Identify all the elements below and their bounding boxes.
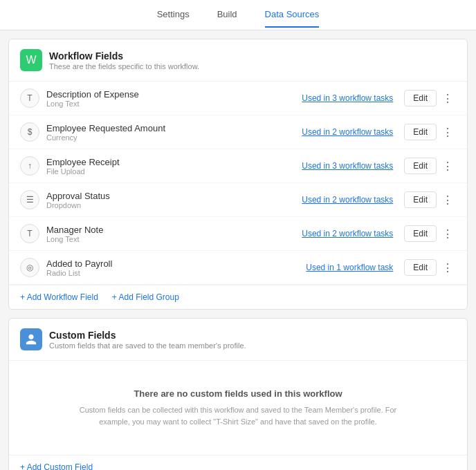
edit-button[interactable]: Edit xyxy=(404,90,437,106)
field-type-icon: T xyxy=(20,224,39,243)
field-usage-link[interactable]: Used in 3 workflow tasks xyxy=(302,161,393,171)
more-button[interactable]: ⋮ xyxy=(439,90,456,106)
workflow-fields-card: W Workflow Fields These are the fields s… xyxy=(8,39,468,310)
custom-fields-title: Custom Fields xyxy=(49,330,246,341)
field-type-icon: ↑ xyxy=(20,156,39,176)
more-button[interactable]: ⋮ xyxy=(439,124,456,140)
table-row: ◎ Added to Payroll Radio List Used in 1 … xyxy=(9,251,467,285)
field-type: Dropdown xyxy=(46,201,302,209)
person-icon xyxy=(25,333,37,346)
edit-button[interactable]: Edit xyxy=(404,124,437,140)
field-name: Manager Note xyxy=(46,225,302,235)
table-row: T Description of Expense Long Text Used … xyxy=(9,82,467,115)
field-name: Employee Receipt xyxy=(46,157,302,167)
workflow-fields-footer: + Add Workflow Field + Add Field Group xyxy=(9,285,467,309)
custom-fields-card: Custom Fields Custom fields that are sav… xyxy=(8,318,468,470)
field-type: File Upload xyxy=(46,167,302,176)
field-name: Description of Expense xyxy=(46,89,302,100)
custom-fields-empty: There are no custom fields used in this … xyxy=(9,361,467,455)
nav-build[interactable]: Build xyxy=(217,2,237,28)
more-button[interactable]: ⋮ xyxy=(439,225,456,242)
field-type: Currency xyxy=(46,133,302,142)
field-usage-link[interactable]: Used in 3 workflow tasks xyxy=(302,93,393,103)
field-type: Long Text xyxy=(46,100,302,108)
field-usage-link[interactable]: Used in 2 workflow tasks xyxy=(302,229,393,238)
edit-button[interactable]: Edit xyxy=(404,158,437,174)
table-row: ↑ Employee Receipt File Upload Used in 3… xyxy=(9,149,467,183)
field-type-icon: ☰ xyxy=(20,190,39,209)
field-type-icon: ◎ xyxy=(20,258,39,277)
field-type: Radio List xyxy=(46,269,306,277)
custom-fields-subtitle: Custom fields that are saved to the team… xyxy=(49,341,246,350)
more-button[interactable]: ⋮ xyxy=(439,158,456,174)
more-button[interactable]: ⋮ xyxy=(439,259,456,276)
top-navigation: Settings Build Data Sources xyxy=(0,0,476,30)
field-name: Approval Status xyxy=(46,191,302,201)
field-name: Employee Requested Amount xyxy=(46,123,302,133)
field-usage-link[interactable]: Used in 2 workflow tasks xyxy=(302,195,393,205)
workflow-fields-subtitle: These are the fields specific to this wo… xyxy=(49,62,199,70)
custom-fields-header: Custom Fields Custom fields that are sav… xyxy=(9,319,467,361)
field-name: Added to Payroll xyxy=(46,258,306,269)
custom-fields-icon xyxy=(20,328,42,350)
edit-button[interactable]: Edit xyxy=(404,225,437,242)
field-type-icon: $ xyxy=(20,122,39,142)
add-custom-field-link[interactable]: + Add Custom Field xyxy=(20,462,456,470)
workflow-fields-title: Workflow Fields xyxy=(49,50,199,62)
custom-fields-footer: + Add Custom Field xyxy=(9,455,467,470)
add-field-group-link[interactable]: + Add Field Group xyxy=(112,292,179,302)
workflow-fields-icon: W xyxy=(20,49,42,71)
empty-title: There are no custom fields used in this … xyxy=(23,388,453,399)
table-row: ☰ Approval Status Dropdown Used in 2 wor… xyxy=(9,183,467,217)
field-usage-link[interactable]: Used in 1 workflow task xyxy=(306,263,393,272)
table-row: $ Employee Requested Amount Currency Use… xyxy=(9,115,467,149)
more-button[interactable]: ⋮ xyxy=(439,191,456,208)
field-type-icon: T xyxy=(20,88,39,108)
table-row: T Manager Note Long Text Used in 2 workf… xyxy=(9,217,467,251)
field-usage-link[interactable]: Used in 2 workflow tasks xyxy=(302,127,393,137)
edit-button[interactable]: Edit xyxy=(404,259,437,276)
main-content: W Workflow Fields These are the fields s… xyxy=(0,30,476,470)
empty-desc: Custom fields can be collected with this… xyxy=(72,404,404,427)
field-type: Long Text xyxy=(46,235,302,243)
nav-data-sources[interactable]: Data Sources xyxy=(265,2,320,28)
add-workflow-field-link[interactable]: + Add Workflow Field xyxy=(20,292,98,302)
nav-settings[interactable]: Settings xyxy=(157,2,190,28)
workflow-fields-header: W Workflow Fields These are the fields s… xyxy=(9,39,467,82)
edit-button[interactable]: Edit xyxy=(404,191,437,208)
